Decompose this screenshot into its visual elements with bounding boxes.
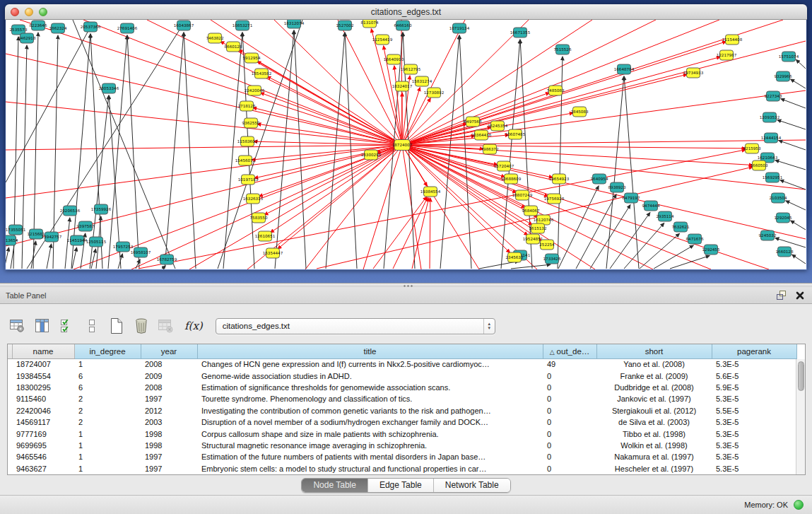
column-header-short[interactable]: short xyxy=(596,344,712,358)
column-header-name[interactable]: name xyxy=(12,344,74,358)
cell-title[interactable]: Genome-wide association studies in ADHD. xyxy=(197,370,543,381)
cell-year[interactable]: 2012 xyxy=(141,405,197,416)
cell-in_degree[interactable]: 1 xyxy=(74,451,141,462)
cell-out_degree[interactable]: 49 xyxy=(543,358,596,370)
cell-year[interactable]: 1998 xyxy=(141,440,197,451)
cell-pagerank[interactable]: 5.3E-5 xyxy=(712,416,796,428)
cell-in_degree[interactable]: 1 xyxy=(74,358,141,370)
cell-out_degree[interactable]: 0 xyxy=(543,416,596,428)
cell-pagerank[interactable]: 5.3E-5 xyxy=(712,463,796,474)
cell-name[interactable]: 19384554 xyxy=(12,370,74,381)
cell-title[interactable]: Tourette syndrome. Phenomenology and cla… xyxy=(197,393,543,404)
float-panel-icon[interactable] xyxy=(775,290,788,301)
table-row[interactable]: 911546021997Tourette syndrome. Phenomeno… xyxy=(8,393,796,404)
tab-node-table[interactable]: Node Table xyxy=(302,479,368,492)
cell-out_degree[interactable]: 0 xyxy=(543,428,596,439)
table-row[interactable]: 1872400712008Changes of HCN gene express… xyxy=(8,358,796,370)
cell-title[interactable]: Embryonic stem cells: a model to study s… xyxy=(197,463,543,474)
cell-pagerank[interactable]: 5.3E-5 xyxy=(712,440,796,451)
cell-title[interactable]: Disruption of a novel member of a sodium… xyxy=(197,416,543,428)
cell-year[interactable]: 2008 xyxy=(141,358,197,370)
cell-pagerank[interactable]: 5.3E-5 xyxy=(712,393,796,404)
cell-out_degree[interactable]: 0 xyxy=(543,405,596,416)
cell-out_degree[interactable]: 0 xyxy=(543,451,596,462)
column-header-title[interactable]: title xyxy=(197,344,543,358)
cell-pagerank[interactable]: 5.6E-5 xyxy=(712,370,796,381)
cell-in_degree[interactable]: 2 xyxy=(74,416,141,428)
network-window-titlebar[interactable]: citations_edges.txt xyxy=(5,4,807,20)
table-options-icon[interactable] xyxy=(7,315,28,337)
cell-title[interactable]: Corpus callosum shape and size in male p… xyxy=(197,428,543,439)
cell-short[interactable]: Nakamura et al. (1997) xyxy=(596,451,712,462)
new-column-icon[interactable] xyxy=(106,315,127,337)
cell-out_degree[interactable]: 0 xyxy=(543,393,596,404)
cell-in_degree[interactable]: 1 xyxy=(74,440,141,451)
cell-out_degree[interactable]: 0 xyxy=(543,370,596,381)
cell-out_degree[interactable]: 0 xyxy=(543,463,596,474)
table-row[interactable]: 1938455462009Genome-wide association stu… xyxy=(8,370,796,381)
cell-year[interactable]: 2009 xyxy=(141,370,197,381)
network-canvas[interactable]: 2535573822364618623242462918205373662769… xyxy=(6,20,806,269)
row-height-icon[interactable] xyxy=(81,315,102,337)
close-panel-icon[interactable] xyxy=(794,290,806,301)
table-row[interactable]: 977716911998Corpus callosum shape and si… xyxy=(8,428,796,439)
scrollbar-thumb[interactable] xyxy=(798,361,804,391)
tab-network-table[interactable]: Network Table xyxy=(434,479,510,492)
table-row[interactable]: 946362711997Embryonic stem cells: a mode… xyxy=(8,463,796,474)
table-row[interactable]: 946554611997Estimation of the future num… xyxy=(8,451,796,462)
cell-in_degree[interactable]: 6 xyxy=(74,370,141,381)
show-column-icon[interactable] xyxy=(32,315,53,337)
column-header-year[interactable]: year xyxy=(141,344,197,358)
cell-name[interactable]: 9699695 xyxy=(12,440,74,451)
cell-year[interactable]: 1997 xyxy=(141,451,197,462)
column-header-pagerank[interactable]: pagerank xyxy=(712,344,796,358)
cell-pagerank[interactable]: 5.5E-5 xyxy=(712,405,796,416)
cell-short[interactable]: de Silva et al. (2003) xyxy=(596,416,712,428)
cell-name[interactable]: 9463627 xyxy=(12,463,74,474)
cell-year[interactable]: 2008 xyxy=(141,382,197,393)
cell-short[interactable]: Dudbridge et al. (2008) xyxy=(596,382,712,393)
cell-pagerank[interactable]: 5.3E-5 xyxy=(712,358,796,370)
cell-name[interactable]: 18724007 xyxy=(12,358,74,370)
cell-out_degree[interactable]: 0 xyxy=(543,440,596,451)
cell-title[interactable]: Estimation of significance thresholds fo… xyxy=(197,382,543,393)
cell-year[interactable]: 1997 xyxy=(141,463,197,474)
cell-in_degree[interactable]: 2 xyxy=(74,405,141,416)
cell-name[interactable]: 14569117 xyxy=(12,416,74,428)
table-row[interactable]: 969969511998Structural magnetic resonanc… xyxy=(8,440,796,451)
cell-name[interactable]: 9777169 xyxy=(12,428,74,439)
cell-name[interactable]: 18300295 xyxy=(12,382,74,393)
tab-edge-table[interactable]: Edge Table xyxy=(368,479,434,492)
cell-year[interactable]: 1997 xyxy=(141,393,197,404)
table-selector-dropdown[interactable]: citations_edges.txt ▲▼ xyxy=(216,318,495,334)
cell-short[interactable]: Tibbo et al. (1998) xyxy=(596,428,712,439)
cell-pagerank[interactable]: 5.3E-5 xyxy=(712,428,796,439)
cell-short[interactable]: Wolkin et al. (1998) xyxy=(596,440,712,451)
cell-in_degree[interactable]: 2 xyxy=(74,393,141,404)
cell-title[interactable]: Changes of HCN gene expression and I(f) … xyxy=(197,358,543,370)
cell-pagerank[interactable]: 5.9E-5 xyxy=(712,382,796,393)
cell-name[interactable]: 9115460 xyxy=(12,393,74,404)
table-row[interactable]: 2242004622012Investigating the contribut… xyxy=(8,405,796,416)
table-scrollbar[interactable] xyxy=(796,359,805,474)
cell-year[interactable]: 2003 xyxy=(141,416,197,428)
cell-title[interactable]: Investigating the contribution of common… xyxy=(197,405,543,416)
cell-name[interactable]: 9465546 xyxy=(12,451,74,462)
function-builder-icon[interactable]: f(x) xyxy=(184,320,203,332)
cell-title[interactable]: Structural magnetic resonance image aver… xyxy=(197,440,543,451)
table-row[interactable]: 1456911722003Disruption of a novel membe… xyxy=(8,416,796,428)
table-row[interactable]: 1830029562008Estimation of significance … xyxy=(8,382,796,393)
select-columns-icon[interactable] xyxy=(57,315,78,337)
delete-column-icon[interactable] xyxy=(131,315,152,337)
cell-title[interactable]: Estimation of the future numbers of pati… xyxy=(197,451,543,462)
cell-short[interactable]: Yano et al. (2008) xyxy=(596,358,712,370)
cell-pagerank[interactable]: 5.3E-5 xyxy=(712,451,796,462)
cell-in_degree[interactable]: 1 xyxy=(74,463,141,474)
cell-in_degree[interactable]: 1 xyxy=(74,428,141,439)
cell-out_degree[interactable]: 0 xyxy=(543,382,596,393)
cell-year[interactable]: 1998 xyxy=(141,428,197,439)
cell-in_degree[interactable]: 6 xyxy=(74,382,141,393)
cell-short[interactable]: Hescheler et al. (1997) xyxy=(596,463,712,474)
cell-name[interactable]: 22420046 xyxy=(12,405,74,416)
column-header-in-degree[interactable]: in_degree xyxy=(74,344,141,358)
